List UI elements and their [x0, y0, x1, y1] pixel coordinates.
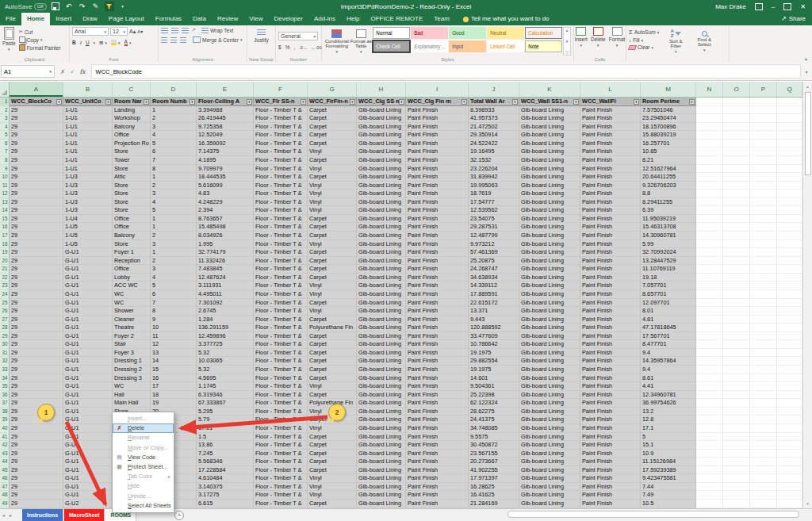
cell[interactable]: Gib-board Lining — [519, 248, 580, 257]
cell[interactable]: 9.423475581 — [641, 474, 696, 483]
cell[interactable] — [723, 240, 750, 249]
cell[interactable]: 12.459896 — [197, 332, 254, 341]
cell[interactable]: 6.39 — [641, 206, 696, 215]
macro-pen-button[interactable]: ✎ — [91, 2, 101, 11]
close-button[interactable]: ✕ — [800, 3, 806, 10]
cell[interactable]: 1-U3 — [63, 190, 113, 198]
cell[interactable] — [777, 307, 802, 316]
cell[interactable]: Floor - Timber T & — [254, 332, 308, 341]
cell[interactable] — [750, 98, 777, 106]
cell[interactable]: 11.332426 — [197, 257, 254, 266]
cell[interactable]: 14.30960781 — [641, 232, 696, 240]
cell[interactable]: Foyer 1 — [113, 248, 151, 257]
row-number[interactable]: 9 — [0, 165, 10, 174]
cell[interactable]: 12.8 — [641, 416, 696, 424]
cell[interactable]: Foyer 3 — [113, 349, 151, 358]
cell[interactable]: 4.495011 — [197, 290, 254, 299]
cell[interactable]: Paint Finish — [580, 433, 641, 442]
cell[interactable]: Paint Finish — [406, 324, 469, 332]
cell[interactable]: Floor - Timber T & — [254, 324, 308, 332]
cell[interactable] — [750, 106, 777, 115]
cell[interactable] — [696, 483, 723, 492]
header-cell-room-perime[interactable]: Room Perime▾ — [641, 98, 696, 106]
cell[interactable]: Gib-board Lining — [357, 215, 406, 224]
cell[interactable]: Gib-board Lining — [357, 332, 406, 341]
cell[interactable]: Paint Finish — [580, 424, 641, 433]
cell[interactable]: G-U1 — [63, 307, 113, 316]
cell[interactable]: 1-U5 — [63, 232, 113, 240]
cell[interactable] — [696, 147, 723, 156]
cell[interactable]: Carpet — [308, 391, 357, 400]
cell[interactable]: Floor - Timber T & — [254, 458, 308, 466]
cell[interactable]: Carpet — [308, 131, 357, 140]
row-number[interactable]: 3 — [0, 114, 10, 123]
cell[interactable]: Paint Finish — [580, 240, 641, 249]
cell[interactable]: Paint Finish — [580, 466, 641, 475]
cell[interactable] — [777, 366, 802, 374]
cell[interactable] — [723, 140, 750, 148]
cell[interactable]: Gib-board Lining — [357, 299, 406, 308]
cell[interactable] — [777, 248, 802, 257]
cell[interactable] — [750, 466, 777, 475]
cell[interactable] — [723, 274, 750, 282]
cell[interactable]: 17.567701 — [641, 332, 696, 341]
cell[interactable]: 5 — [641, 433, 696, 442]
cell[interactable]: G-U1 — [63, 366, 113, 374]
cell[interactable]: Office — [113, 265, 151, 274]
cell[interactable]: Paint Finish — [406, 274, 469, 282]
cell[interactable]: Paint Finish — [580, 408, 641, 416]
cell[interactable] — [723, 290, 750, 299]
cell[interactable]: Gib-board Lining — [357, 324, 406, 332]
cell[interactable]: Gib-board Lining — [519, 483, 580, 492]
wrap-text-button[interactable]: Wrap Text — [201, 28, 233, 33]
cell[interactable] — [777, 240, 802, 249]
autosave-toggle[interactable]: AutoSave Off — [5, 3, 47, 10]
cell[interactable] — [777, 399, 802, 408]
row-number[interactable]: 8 — [0, 156, 10, 165]
cell[interactable]: G-U1 — [63, 374, 113, 383]
cell[interactable]: 2.394 — [197, 206, 254, 215]
column-header-L[interactable]: L — [580, 82, 641, 97]
cell[interactable]: Paint Finish — [406, 123, 469, 132]
cell[interactable]: Carpet — [308, 114, 357, 123]
cell[interactable]: 34.748085 — [469, 424, 519, 433]
cell[interactable]: Gib-board Lining — [519, 458, 580, 466]
cell[interactable]: Paint Finish — [580, 274, 641, 282]
cell[interactable]: Gib-board Lining — [519, 450, 580, 458]
cell[interactable]: 1 — [151, 223, 197, 232]
cell[interactable]: Floor - Timber T & — [254, 131, 308, 140]
cell[interactable]: 29 — [10, 324, 63, 332]
cell[interactable]: 14.339112 — [469, 282, 519, 290]
clear-button[interactable]: Clear▾ — [629, 44, 659, 50]
row-number[interactable]: 24 — [0, 290, 10, 299]
row-number[interactable]: 43 — [0, 450, 10, 458]
cell[interactable]: Gib-board Lining — [519, 190, 580, 198]
cell[interactable]: 17.228584 — [197, 466, 254, 475]
cell[interactable]: Floor - Timber T & — [254, 491, 308, 500]
cell[interactable]: G-U1 — [63, 340, 113, 349]
cell[interactable]: Floor - Timber T & — [254, 223, 308, 232]
cell[interactable] — [723, 307, 750, 316]
italic-button[interactable]: I — [80, 40, 82, 45]
cell[interactable]: 4 — [151, 131, 197, 140]
cell[interactable]: 6.319346 — [197, 391, 254, 400]
tell-me-box[interactable]: Tell me what you want to do — [455, 13, 550, 25]
cell[interactable] — [723, 114, 750, 123]
cell[interactable]: Office — [113, 223, 151, 232]
cell[interactable]: 4 — [151, 274, 197, 282]
align-bottom-icon[interactable] — [182, 28, 189, 33]
cell[interactable]: 29 — [10, 450, 63, 458]
cell[interactable]: Gib-board Lining — [519, 223, 580, 232]
cell[interactable] — [750, 147, 777, 156]
cell[interactable] — [723, 424, 750, 433]
cell[interactable]: 29 — [10, 140, 63, 148]
cell[interactable]: Paint Finish — [406, 433, 469, 442]
cell[interactable]: Office — [113, 215, 151, 224]
cell[interactable]: Polyurethane Fin — [308, 324, 357, 332]
cell[interactable]: 22.615172 — [469, 299, 519, 308]
cell[interactable] — [723, 165, 750, 174]
cell[interactable]: 23.567155 — [469, 450, 519, 458]
comma-style-button[interactable]: , — [293, 44, 295, 50]
qat-customize-button[interactable]: ▾ — [118, 2, 128, 11]
format-painter-button[interactable]: Format Painter — [19, 44, 61, 51]
